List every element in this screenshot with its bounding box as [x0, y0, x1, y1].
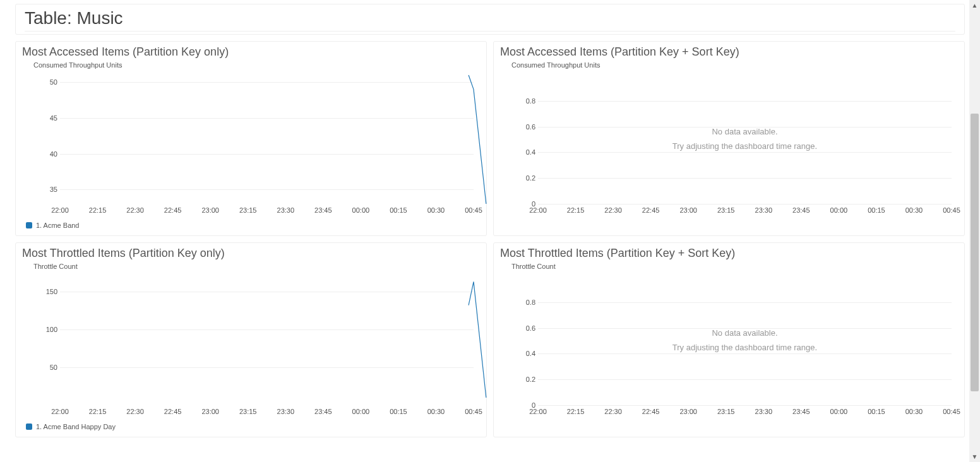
- empty-message: No data available.Try adjusting the dash…: [538, 124, 952, 154]
- y-tick: 50: [42, 78, 57, 86]
- y-axis-label: Throttle Count: [511, 263, 556, 270]
- panel-title: Most Accessed Items (Partition Key + Sor…: [500, 45, 958, 59]
- x-tick: 23:30: [277, 206, 295, 214]
- panel-title: Most Throttled Items (Partition Key only…: [22, 247, 480, 260]
- grid-line: [538, 204, 952, 204]
- x-tick: 22:00: [529, 408, 547, 415]
- plot: 35404550: [60, 75, 474, 204]
- scroll-down-icon[interactable]: ▼: [969, 451, 980, 462]
- grid-line: [538, 178, 952, 179]
- x-tick: 22:15: [567, 206, 585, 214]
- grid-line: [538, 302, 952, 303]
- y-tick: 45: [42, 114, 57, 122]
- empty-line-2: Try adjusting the dashboard time range.: [538, 139, 952, 153]
- plot: 50100150: [60, 276, 474, 405]
- x-tick: 00:00: [830, 408, 848, 415]
- x-tick: 22:30: [604, 206, 622, 214]
- y-tick: 0.6: [520, 123, 535, 131]
- x-tick: 23:15: [239, 206, 257, 214]
- x-tick: 23:30: [755, 408, 773, 415]
- y-tick: 0.2: [520, 376, 535, 383]
- grid-line: [538, 405, 952, 406]
- x-tick: 00:45: [465, 206, 482, 214]
- scroll-up-icon[interactable]: ▲: [969, 0, 980, 11]
- x-tick: 00:45: [465, 408, 482, 415]
- y-tick: 0.6: [520, 324, 535, 332]
- chart-area[interactable]: Throttle Count00.20.40.60.8No data avail…: [500, 263, 958, 433]
- x-tick: 00:15: [868, 206, 885, 214]
- y-axis-label: Consumed Throughput Units: [33, 61, 122, 69]
- legend-swatch-icon: [26, 424, 32, 430]
- chart-area[interactable]: Consumed Throughput Units3540455022:0022…: [22, 61, 480, 232]
- legend-label: 1. Acme Band Happy Day: [36, 423, 116, 430]
- x-tick: 23:30: [755, 206, 773, 214]
- x-tick: 22:30: [604, 408, 622, 415]
- plot: 00.20.40.60.8No data available.Try adjus…: [538, 276, 952, 405]
- x-tick: 00:30: [427, 206, 445, 214]
- panel-title: Most Accessed Items (Partition Key only): [22, 45, 480, 59]
- x-tick: 00:30: [905, 206, 923, 214]
- x-tick: 23:45: [792, 206, 810, 214]
- x-tick: 22:00: [529, 206, 547, 214]
- y-tick: 0.8: [520, 299, 535, 306]
- x-tick: 23:45: [792, 408, 810, 415]
- y-tick: 40: [42, 150, 57, 158]
- y-tick: 50: [42, 364, 57, 371]
- y-tick: 0.4: [520, 350, 535, 357]
- y-tick: 150: [42, 288, 57, 295]
- x-tick: 23:00: [679, 408, 697, 415]
- x-tick: 23:15: [239, 408, 257, 415]
- y-axis-label: Throttle Count: [33, 263, 78, 270]
- x-tick: 00:45: [943, 206, 960, 214]
- line-series: [60, 75, 474, 204]
- legend-swatch-icon: [26, 222, 32, 228]
- empty-message: No data available.Try adjusting the dash…: [538, 326, 952, 355]
- x-tick: 22:45: [164, 408, 182, 415]
- x-tick: 23:45: [314, 408, 332, 415]
- x-tick: 00:00: [352, 408, 370, 415]
- empty-line-1: No data available.: [538, 326, 952, 340]
- x-tick: 22:00: [51, 206, 69, 214]
- x-axis: 22:0022:1522:3022:4523:0023:1523:3023:45…: [60, 206, 474, 216]
- x-tick: 22:30: [126, 408, 144, 415]
- panel-throttled-pk-sk: Most Throttled Items (Partition Key + So…: [493, 242, 965, 437]
- table-header: Table: Music: [15, 4, 965, 35]
- legend[interactable]: 1. Acme Band Happy Day: [26, 423, 116, 430]
- x-tick: 23:00: [201, 206, 219, 214]
- empty-line-1: No data available.: [538, 124, 952, 139]
- x-tick: 22:15: [567, 408, 585, 415]
- panel-throttled-pk: Most Throttled Items (Partition Key only…: [15, 242, 487, 437]
- y-tick: 100: [42, 326, 57, 333]
- page-title: Table: Music: [25, 8, 955, 32]
- x-tick: 23:00: [201, 408, 219, 415]
- x-axis: 22:0022:1522:3022:4523:0023:1523:3023:45…: [538, 206, 952, 216]
- x-tick: 23:45: [314, 206, 332, 214]
- x-tick: 22:45: [642, 206, 660, 214]
- plot: 00.20.40.60.8No data available.Try adjus…: [538, 75, 952, 204]
- x-tick: 00:30: [427, 408, 445, 415]
- grid-line: [538, 379, 952, 380]
- y-tick: 35: [42, 186, 57, 193]
- x-axis: 22:0022:1522:3022:4523:0023:1523:3023:45…: [538, 408, 952, 418]
- panel-accessed-pk: Most Accessed Items (Partition Key only)…: [15, 41, 487, 236]
- chart-area[interactable]: Throttle Count5010015022:0022:1522:3022:…: [22, 263, 480, 433]
- scrollbar[interactable]: ▲ ▼: [969, 0, 980, 462]
- y-tick: 0.4: [520, 148, 535, 156]
- scroll-thumb[interactable]: [971, 114, 979, 391]
- legend[interactable]: 1. Acme Band: [26, 222, 80, 229]
- y-axis-label: Consumed Throughput Units: [511, 61, 600, 69]
- empty-line-2: Try adjusting the dashboard time range.: [538, 340, 952, 355]
- x-tick: 00:00: [830, 206, 848, 214]
- grid-line: [538, 101, 952, 102]
- legend-label: 1. Acme Band: [36, 222, 80, 229]
- x-tick: 00:15: [868, 408, 885, 415]
- x-tick: 22:45: [642, 408, 660, 415]
- x-tick: 00:45: [943, 408, 960, 415]
- y-tick: 0.2: [520, 174, 535, 182]
- x-axis: 22:0022:1522:3022:4523:0023:1523:3023:45…: [60, 408, 474, 418]
- x-tick: 00:30: [905, 408, 923, 415]
- x-tick: 00:15: [390, 206, 407, 214]
- chart-area[interactable]: Consumed Throughput Units00.20.40.60.8No…: [500, 61, 958, 232]
- x-tick: 22:00: [51, 408, 69, 415]
- line-series: [60, 276, 474, 405]
